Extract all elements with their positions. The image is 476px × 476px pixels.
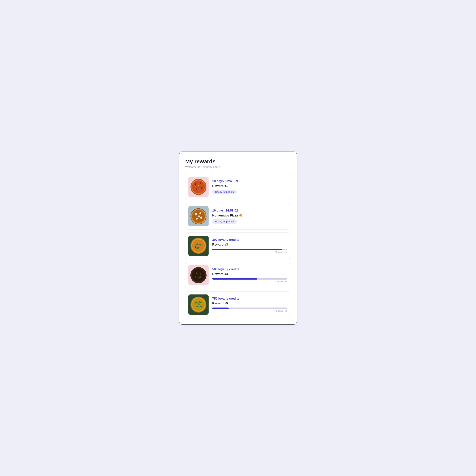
svg-point-39 — [192, 298, 205, 311]
svg-point-18 — [198, 215, 200, 217]
svg-point-22 — [192, 239, 205, 252]
status-badge: Ready for pick up — [212, 219, 237, 224]
page-title: My rewards — [185, 158, 291, 165]
svg-point-4 — [200, 183, 201, 184]
progress-container: 220 points left — [212, 278, 287, 283]
reward-item[interactable]: 300 loyalty creditsReward #320 points le… — [185, 233, 291, 259]
svg-point-32 — [200, 273, 201, 275]
reward-list: 10 days, 02:43:59Reward #1Ready for pick… — [185, 174, 291, 318]
svg-point-15 — [199, 212, 201, 214]
svg-point-16 — [200, 217, 202, 219]
svg-point-7 — [199, 189, 200, 190]
svg-point-26 — [195, 246, 196, 248]
svg-point-3 — [194, 183, 196, 185]
reward-info: 500 loyalty creditsReward #4220 points l… — [212, 267, 287, 283]
progress-bar-fill — [212, 307, 229, 309]
rewards-card: My rewards Welcome at Company name 10 da… — [179, 152, 297, 325]
svg-point-5 — [201, 187, 203, 189]
reward-name: Homemade Pizza 🍕 — [212, 214, 287, 217]
progress-bar-bg — [212, 278, 287, 280]
svg-point-8 — [195, 186, 196, 187]
reward-image — [188, 177, 209, 197]
svg-point-34 — [195, 276, 196, 278]
reward-info: 16 days, 14:59:02Homemade Pizza 🍕Ready f… — [212, 209, 287, 224]
page-subtitle: Welcome at Company name — [185, 165, 291, 169]
progress-label: 20 points left — [212, 251, 287, 254]
progress-label: 470 points left — [212, 310, 287, 312]
svg-point-17 — [196, 218, 198, 220]
reward-name: Reward #5 — [212, 302, 287, 305]
reward-timer: 16 days, 14:59:02 — [212, 209, 287, 212]
svg-point-35 — [200, 276, 202, 278]
reward-name: Reward #4 — [212, 272, 287, 276]
progress-bar-bg — [212, 249, 287, 250]
reward-item[interactable]: 16 days, 14:59:02Homemade Pizza 🍕Ready f… — [185, 203, 291, 230]
reward-credits: 300 loyalty credits — [212, 238, 287, 242]
progress-container: 470 points left — [212, 307, 287, 312]
reward-name: Reward #1 — [212, 184, 287, 188]
reward-item[interactable]: 750 loyalty creditsReward #5470 points l… — [185, 291, 291, 318]
reward-image — [188, 206, 209, 226]
svg-point-33 — [198, 276, 200, 279]
reward-timer: 10 days, 02:43:59 — [212, 179, 287, 183]
progress-bar-fill — [212, 278, 257, 280]
svg-point-2 — [192, 180, 205, 193]
progress-container: 20 points left — [212, 249, 287, 254]
reward-item[interactable]: 10 days, 02:43:59Reward #1Ready for pick… — [185, 174, 291, 200]
progress-bar-bg — [212, 307, 287, 309]
reward-item[interactable]: 500 loyalty creditsReward #4220 points l… — [185, 262, 291, 289]
reward-info: 750 loyalty creditsReward #5470 points l… — [212, 297, 287, 312]
svg-point-14 — [195, 213, 197, 215]
reward-image — [188, 265, 209, 285]
reward-credits: 750 loyalty credits — [212, 297, 287, 301]
reward-name: Reward #3 — [212, 243, 287, 246]
reward-credits: 500 loyalty credits — [212, 267, 287, 271]
reward-image — [188, 294, 209, 315]
progress-label: 220 points left — [212, 280, 287, 283]
status-badge: Ready for pick up — [212, 190, 237, 194]
svg-point-9 — [198, 185, 199, 186]
reward-info: 10 days, 02:43:59Reward #1Ready for pick… — [212, 179, 287, 194]
progress-bar-fill — [212, 249, 282, 250]
svg-point-31 — [196, 272, 198, 274]
svg-point-30 — [192, 269, 205, 281]
reward-image — [188, 236, 209, 256]
reward-info: 300 loyalty creditsReward #320 points le… — [212, 238, 287, 254]
svg-point-6 — [196, 188, 197, 190]
